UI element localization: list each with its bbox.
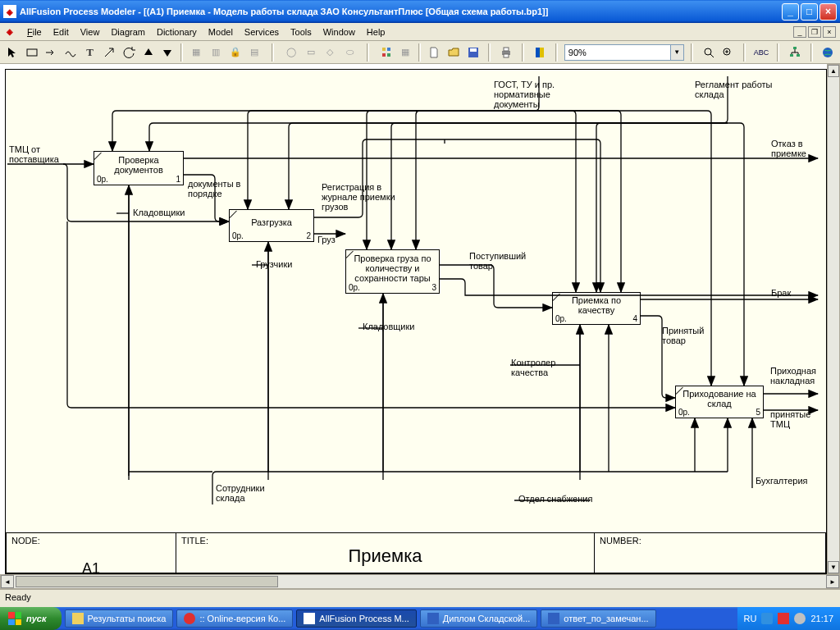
svg-rect-2 <box>387 48 390 51</box>
menu-dictionary[interactable]: Dictionary <box>151 25 203 39</box>
system-tray[interactable]: RU 21:17 <box>737 607 840 630</box>
taskbar-item[interactable]: Диплом Складской... <box>420 609 538 628</box>
menu-file[interactable]: File <box>21 25 48 39</box>
svg-rect-4 <box>387 53 390 57</box>
windows-logo-icon <box>8 612 21 625</box>
align2-icon[interactable]: ▥ <box>207 43 225 62</box>
spellcheck-icon[interactable]: ABC <box>752 43 770 62</box>
pointer-tool[interactable] <box>3 43 21 62</box>
scroll-down-icon[interactable]: ▼ <box>828 561 839 573</box>
language-indicator[interactable]: RU <box>744 614 757 623</box>
svg-rect-15 <box>790 54 793 57</box>
mdi-restore[interactable]: ❐ <box>808 26 821 38</box>
toolbar: T ▦ ▥ 🔒 ▤ ◯ ▭ ◇ ⬭ ▦ ▼ ABC <box>0 41 840 64</box>
shape4-icon[interactable]: ⬭ <box>340 43 358 62</box>
statusbar: Ready <box>0 589 840 607</box>
minimize-button[interactable]: _ <box>782 3 799 21</box>
menu-diagram[interactable]: Diagram <box>105 25 151 39</box>
window-title: AllFusion Process Modeler - [(A1) Приемк… <box>20 7 548 16</box>
svg-rect-9 <box>504 54 509 57</box>
taskbar-item[interactable]: :: Online-версия Ко... <box>176 609 293 628</box>
mdi-minimize[interactable]: _ <box>793 26 806 38</box>
lock-icon[interactable]: 🔒 <box>226 43 244 62</box>
shape3-icon[interactable]: ◇ <box>322 43 340 62</box>
menu-help[interactable]: Help <box>361 25 391 39</box>
number-label: NUMBER: <box>600 536 641 546</box>
tray-shield-icon[interactable] <box>761 613 773 624</box>
scroll-right-icon[interactable]: ► <box>826 575 839 588</box>
up-tool[interactable] <box>139 43 158 62</box>
zoom-dropdown[interactable]: ▼ <box>671 44 684 61</box>
menu-view[interactable]: View <box>75 25 106 39</box>
save-icon[interactable] <box>464 43 482 62</box>
taskbar: пуск Результаты поиска :: Online-версия … <box>0 607 840 630</box>
start-button[interactable]: пуск <box>0 607 62 630</box>
svg-rect-3 <box>382 53 386 57</box>
zoom-combo[interactable]: ▼ <box>564 44 684 61</box>
shape2-icon[interactable]: ▭ <box>302 43 320 62</box>
menu-tools[interactable]: Tools <box>285 25 317 39</box>
taskbar-item[interactable]: Результаты поиска <box>65 609 174 628</box>
taskbar-item[interactable]: AllFusion Process M... <box>296 609 416 628</box>
footer-title-cell: TITLE: Приемка <box>176 532 595 573</box>
clock[interactable]: 21:17 <box>810 614 833 623</box>
model-icon[interactable] <box>377 43 395 62</box>
menu-window[interactable]: Window <box>317 25 361 39</box>
zoom-100-icon[interactable] <box>719 43 737 62</box>
status-text: Ready <box>5 592 31 602</box>
box-tool[interactable] <box>23 43 41 62</box>
flag-icon[interactable] <box>531 43 549 62</box>
horizontal-scrollbar[interactable]: ◄ ► <box>0 574 840 589</box>
title-value: Приемка <box>181 546 589 567</box>
undo-icon[interactable] <box>120 43 138 62</box>
maximize-button[interactable]: □ <box>801 3 818 21</box>
vertical-scrollbar[interactable]: ▲ ▼ <box>827 64 840 574</box>
arrow-tool[interactable] <box>42 43 60 62</box>
arrows-layer <box>6 70 826 573</box>
tree-icon[interactable] <box>786 43 804 62</box>
taskbar-item[interactable]: ответ_по_замечан... <box>541 609 655 628</box>
tray-volume-icon[interactable] <box>794 613 806 624</box>
footer-node-cell: NODE: A1 <box>6 532 176 573</box>
node-label: NODE: <box>11 536 40 546</box>
tray-avira-icon[interactable] <box>778 613 789 624</box>
text-tool[interactable]: T <box>81 43 99 62</box>
open-icon[interactable] <box>445 43 463 62</box>
close-button[interactable]: × <box>819 3 837 21</box>
svg-rect-14 <box>793 47 797 49</box>
down-tool[interactable] <box>159 43 177 62</box>
svg-rect-8 <box>504 48 509 51</box>
svg-rect-10 <box>536 48 540 57</box>
zoom-fit-icon[interactable] <box>700 43 718 62</box>
doc-icon: ◈ <box>3 25 16 39</box>
squiggle-tool[interactable] <box>62 43 80 62</box>
zoom-input[interactable] <box>564 44 671 61</box>
new-icon[interactable] <box>425 43 443 62</box>
menu-model[interactable]: Model <box>203 25 239 39</box>
menu-edit[interactable]: Edit <box>48 25 75 39</box>
scroll-thumb[interactable] <box>16 576 278 587</box>
node-value: A1 <box>11 546 171 574</box>
print-icon[interactable] <box>497 43 515 62</box>
svg-rect-11 <box>540 48 544 57</box>
app-icon: ◈ <box>3 5 16 18</box>
diagram-canvas[interactable]: ГОСТ, ТУ и пр. нормативные документы Рег… <box>5 69 827 574</box>
svg-point-12 <box>705 48 711 55</box>
menubar: ◈ File Edit View Diagram Dictionary Mode… <box>0 23 840 41</box>
svg-rect-0 <box>27 49 37 56</box>
goto-tool[interactable] <box>101 43 119 62</box>
svg-rect-6 <box>470 48 477 52</box>
window-titlebar: ◈ AllFusion Process Modeler - [(A1) Прие… <box>0 0 840 23</box>
canvas-area: ГОСТ, ТУ и пр. нормативные документы Рег… <box>0 64 840 589</box>
scroll-up-icon[interactable]: ▲ <box>828 65 839 77</box>
align1-icon[interactable]: ▦ <box>187 43 205 62</box>
svg-rect-1 <box>382 48 386 51</box>
menu-services[interactable]: Services <box>239 25 285 39</box>
mdi-close[interactable]: × <box>823 26 836 38</box>
shape1-icon[interactable]: ◯ <box>282 43 300 62</box>
report-icon[interactable]: ▦ <box>397 43 415 62</box>
title-label: TITLE: <box>181 536 208 546</box>
globe-icon[interactable] <box>819 43 838 62</box>
scroll-left-icon[interactable]: ◄ <box>1 575 14 588</box>
grid-icon[interactable]: ▤ <box>245 43 263 62</box>
